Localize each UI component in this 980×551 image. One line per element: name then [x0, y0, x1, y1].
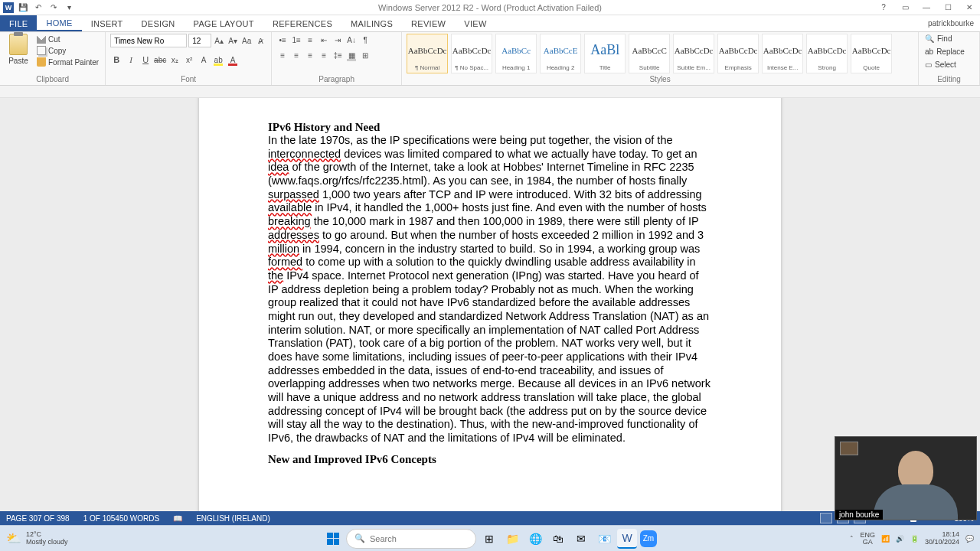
style-item[interactable]: AaBlTitle: [584, 34, 626, 73]
align-center-button[interactable]: ≡: [290, 49, 302, 61]
language-indicator[interactable]: ENGGA: [860, 532, 875, 546]
underline-button[interactable]: U: [139, 54, 152, 66]
weather-icon[interactable]: ⛅: [6, 531, 21, 546]
brush-icon: [37, 57, 46, 67]
cut-button[interactable]: Cut: [35, 34, 100, 44]
volume-icon[interactable]: 🔊: [896, 535, 904, 543]
align-left-button[interactable]: ≡: [276, 49, 289, 61]
italic-button[interactable]: I: [125, 54, 137, 66]
style-item[interactable]: AaBbCcDcQuote: [851, 34, 892, 73]
tab-view[interactable]: VIEW: [455, 15, 495, 31]
style-item[interactable]: AaBbCcDcStrong: [806, 34, 848, 73]
style-item[interactable]: AaBbCcDcIntense E...: [762, 34, 803, 73]
tab-mailings[interactable]: MAILINGS: [341, 15, 402, 31]
tab-home[interactable]: HOME: [37, 15, 81, 31]
outlook-icon[interactable]: 📧: [594, 529, 614, 549]
style-item[interactable]: AaBbCcDc¶ No Spac...: [451, 34, 492, 73]
superscript-button[interactable]: x²: [183, 54, 195, 66]
style-item[interactable]: AaBbCcDcSubtle Em...: [673, 34, 714, 73]
copy-button[interactable]: Copy: [35, 45, 100, 56]
battery-icon[interactable]: 🔋: [910, 535, 919, 543]
text-effects-button[interactable]: A: [198, 54, 210, 66]
change-case-button[interactable]: Aa: [240, 34, 253, 47]
save-icon[interactable]: 💾: [17, 2, 29, 14]
style-item[interactable]: AaBbCcDcEmphasis: [717, 34, 759, 73]
tab-references[interactable]: REFERENCES: [263, 15, 341, 31]
notifications-icon[interactable]: 💬: [965, 535, 974, 543]
group-editing: 🔍Find abReplace ▭Select Editing: [919, 32, 980, 85]
page[interactable]: IPv6 History and Need In the late 1970s,…: [199, 98, 781, 530]
account-name[interactable]: patrickbourke: [928, 15, 980, 31]
font-name-select[interactable]: [110, 34, 187, 47]
wifi-icon[interactable]: 📶: [881, 535, 890, 543]
close-button[interactable]: ✕: [959, 0, 980, 15]
minimize-button[interactable]: —: [916, 0, 937, 15]
start-button[interactable]: [323, 529, 343, 549]
style-name: Subtitle: [631, 64, 668, 71]
qat-customize-icon[interactable]: ▾: [63, 2, 75, 14]
tab-page-layout[interactable]: PAGE LAYOUT: [185, 15, 263, 31]
justify-button[interactable]: ≡: [318, 49, 330, 61]
style-preview: AaBbCcDc: [408, 36, 447, 64]
ribbon-options-button[interactable]: ▭: [894, 0, 916, 15]
multilevel-button[interactable]: ≡: [304, 34, 316, 46]
increase-indent-button[interactable]: ⇥: [332, 34, 344, 46]
tab-review[interactable]: REVIEW: [402, 15, 455, 31]
clear-format-button[interactable]: A̷: [254, 34, 266, 47]
store-icon[interactable]: 🛍: [548, 529, 568, 549]
status-proofing-icon[interactable]: 📖: [173, 514, 182, 523]
help-button[interactable]: ?: [873, 0, 894, 15]
word-taskbar-icon[interactable]: W: [617, 529, 637, 549]
shading-button[interactable]: ▦: [345, 49, 358, 61]
tray-chevron-icon[interactable]: ˄: [850, 535, 854, 543]
spelling-error: million: [268, 243, 299, 255]
undo-icon[interactable]: ↶: [32, 2, 44, 14]
style-item[interactable]: AaBbCcEHeading 2: [540, 34, 581, 73]
style-item[interactable]: AaBbCcHeading 1: [495, 34, 537, 73]
grow-font-button[interactable]: A▴: [213, 34, 225, 47]
bullets-button[interactable]: •≡: [276, 34, 289, 46]
style-item[interactable]: AaBbCcCSubtitle: [629, 34, 670, 73]
status-language[interactable]: ENGLISH (IRELAND): [196, 514, 270, 523]
show-marks-button[interactable]: ¶: [359, 34, 371, 46]
strike-button[interactable]: abc: [154, 54, 166, 66]
font-color-button[interactable]: A: [227, 54, 239, 66]
status-words[interactable]: 1 OF 105450 WORDS: [83, 514, 159, 523]
sort-button[interactable]: A↓: [345, 34, 358, 46]
select-button[interactable]: ▭Select: [923, 60, 958, 70]
paste-button[interactable]: Paste: [5, 34, 32, 65]
view-read-button[interactable]: [820, 513, 832, 523]
zoom-taskbar-icon[interactable]: Zm: [640, 530, 657, 547]
ribbon-tabs: FILE HOME INSERT DESIGN PAGE LAYOUT REFE…: [0, 15, 980, 32]
taskbar-search[interactable]: 🔍Search: [346, 529, 476, 549]
redo-icon[interactable]: ↷: [47, 2, 60, 14]
tab-file[interactable]: FILE: [0, 15, 37, 31]
style-item[interactable]: AaBbCcDc¶ Normal: [407, 34, 448, 73]
format-painter-button[interactable]: Format Painter: [35, 57, 100, 67]
line-spacing-button[interactable]: ‡≡: [332, 49, 344, 61]
numbering-button[interactable]: 1≡: [290, 34, 302, 46]
tab-design[interactable]: DESIGN: [132, 15, 185, 31]
maximize-button[interactable]: ☐: [937, 0, 959, 15]
clock[interactable]: 18:1430/10/2024: [925, 531, 959, 546]
bold-button[interactable]: B: [110, 54, 122, 66]
highlight-button[interactable]: ab: [212, 54, 224, 66]
font-size-select[interactable]: [188, 34, 211, 47]
document-area[interactable]: IPv6 History and Need In the late 1970s,…: [0, 98, 980, 530]
weather-widget[interactable]: 12°C Mostly cloudy: [26, 531, 68, 546]
decrease-indent-button[interactable]: ⇤: [318, 34, 330, 46]
find-button[interactable]: 🔍Find: [923, 34, 953, 44]
edge-icon[interactable]: 🌐: [525, 529, 545, 549]
mail-icon[interactable]: ✉: [571, 529, 591, 549]
explorer-icon[interactable]: 📁: [502, 529, 522, 549]
task-view-icon[interactable]: ⊞: [479, 529, 499, 549]
ruler[interactable]: [0, 86, 980, 98]
borders-button[interactable]: ⊞: [359, 49, 371, 61]
align-right-button[interactable]: ≡: [304, 49, 316, 61]
shrink-font-button[interactable]: A▾: [227, 34, 239, 47]
tab-insert[interactable]: INSERT: [82, 15, 132, 31]
subscript-button[interactable]: x₂: [168, 54, 181, 66]
style-name: Heading 1: [498, 64, 534, 71]
status-page[interactable]: PAGE 307 OF 398: [6, 514, 70, 523]
replace-button[interactable]: abReplace: [923, 47, 966, 57]
